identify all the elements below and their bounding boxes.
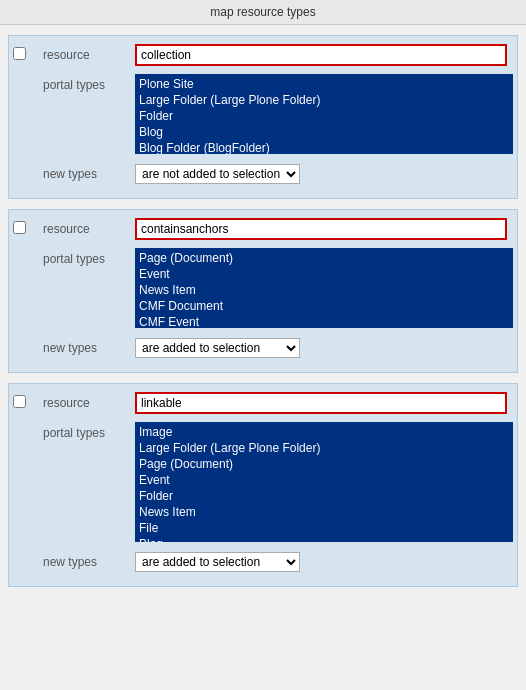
portal-type-item[interactable]: CMF Document xyxy=(139,298,509,314)
portal-types-label-collection: portal types xyxy=(35,74,135,96)
portal-type-item[interactable]: Blog Folder (BlogFolder) xyxy=(139,140,509,154)
resource-input-collection[interactable] xyxy=(135,44,507,66)
resource-block-linkable: resourceportal typesImageLarge Folder (L… xyxy=(8,383,518,587)
page-title: map resource types xyxy=(0,0,526,25)
portal-type-item[interactable]: Large Folder (Large Plone Folder) xyxy=(139,440,509,456)
portal-type-item[interactable]: Blog xyxy=(139,124,509,140)
portal-types-label-linkable: portal types xyxy=(35,422,135,444)
portal-type-item[interactable]: News Item xyxy=(139,504,509,520)
portal-type-item[interactable]: Event xyxy=(139,266,509,282)
portal-types-list-containsanchors[interactable]: Page (Document)EventNews ItemCMF Documen… xyxy=(135,248,513,328)
checkbox-containsanchors[interactable] xyxy=(13,221,26,234)
portal-type-item[interactable]: File xyxy=(139,520,509,536)
portal-type-item[interactable]: Image xyxy=(139,424,509,440)
portal-type-item[interactable]: Event xyxy=(139,472,509,488)
resource-label-containsanchors: resource xyxy=(35,220,135,238)
new-types-select-containsanchors[interactable]: are not added to selectionare added to s… xyxy=(135,338,300,358)
portal-type-item[interactable]: CMF Event xyxy=(139,314,509,328)
new-types-label-containsanchors: new types xyxy=(35,339,135,357)
resource-input-containsanchors[interactable] xyxy=(135,218,507,240)
resource-label-linkable: resource xyxy=(35,394,135,412)
portal-type-item[interactable]: Blog xyxy=(139,536,509,542)
portal-type-item[interactable]: Page (Document) xyxy=(139,250,509,266)
portal-type-item[interactable]: Page (Document) xyxy=(139,456,509,472)
resource-block-collection: resourceportal typesPlone SiteLarge Fold… xyxy=(8,35,518,199)
portal-type-item[interactable]: Plone Site xyxy=(139,76,509,92)
portal-types-label-containsanchors: portal types xyxy=(35,248,135,270)
resource-label-collection: resource xyxy=(35,46,135,64)
portal-type-item[interactable]: Large Folder (Large Plone Folder) xyxy=(139,92,509,108)
portal-type-item[interactable]: News Item xyxy=(139,282,509,298)
portal-type-item[interactable]: Folder xyxy=(139,488,509,504)
resource-block-containsanchors: resourceportal typesPage (Document)Event… xyxy=(8,209,518,373)
new-types-select-linkable[interactable]: are not added to selectionare added to s… xyxy=(135,552,300,572)
resource-input-linkable[interactable] xyxy=(135,392,507,414)
new-types-label-linkable: new types xyxy=(35,553,135,571)
portal-types-list-linkable[interactable]: ImageLarge Folder (Large Plone Folder)Pa… xyxy=(135,422,513,542)
new-types-select-collection[interactable]: are not added to selectionare added to s… xyxy=(135,164,300,184)
portal-types-list-collection[interactable]: Plone SiteLarge Folder (Large Plone Fold… xyxy=(135,74,513,154)
new-types-label-collection: new types xyxy=(35,165,135,183)
portal-type-item[interactable]: Folder xyxy=(139,108,509,124)
checkbox-collection[interactable] xyxy=(13,47,26,60)
checkbox-linkable[interactable] xyxy=(13,395,26,408)
